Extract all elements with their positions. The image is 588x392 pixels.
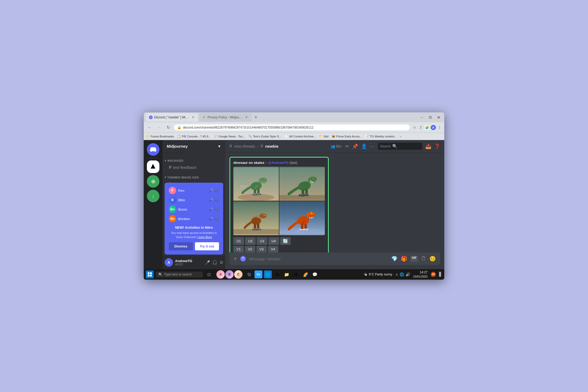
pen-avatar: P [169, 187, 176, 194]
tab-privacy-close[interactable]: ✕ [245, 116, 248, 119]
emoji-icon[interactable]: 😊 [429, 256, 436, 262]
up-arrow-icon[interactable]: ∧ [395, 272, 398, 276]
variation-2-button[interactable]: V2 [245, 246, 255, 252]
taskbar-search-box[interactable]: 🔍 Type here to search [156, 272, 203, 278]
members-icon[interactable]: 👤 [361, 143, 367, 149]
learn-more-link[interactable]: Learn More [197, 235, 212, 239]
search-box[interactable]: Search 🔍 [378, 143, 422, 150]
taskbar-app-taskview2[interactable]: ⧉ [245, 270, 253, 278]
back-button[interactable]: ← [146, 124, 153, 131]
bookmark-prime[interactable]: 📦 Prime Early Acces... [332, 135, 362, 138]
nitro-user-pen: P Pen 🎤 📹 [169, 187, 219, 194]
taskbar-app-discord-taskbar[interactable]: 💬 [311, 270, 319, 278]
download-server-icon[interactable]: ↓ [147, 190, 159, 202]
pin-icon[interactable]: 📌 [352, 143, 358, 149]
restore-button[interactable]: ⧉ [426, 114, 434, 121]
help-icon[interactable]: ❓ [434, 143, 440, 149]
start-button[interactable] [146, 270, 154, 278]
category-themed-image-gen[interactable]: ▾ THEMED IMAGE GEN [163, 171, 225, 180]
variation-4-button[interactable]: V4 [268, 246, 278, 252]
mute-icon[interactable]: 🎤 [205, 260, 210, 265]
bot-emoji [240, 256, 246, 262]
notification-badge[interactable]: 20 [431, 272, 436, 277]
variation-1-button[interactable]: V1 [233, 246, 244, 252]
message-input-area: + Message "newbie" 💎 🎁 GIF 🗒 [225, 252, 444, 269]
boom-avatar: Bo [169, 206, 176, 213]
gif-icon[interactable]: GIF [411, 256, 418, 262]
taskbar-app-edge[interactable]: 🌐 [264, 270, 272, 278]
green-server-icon[interactable]: ⊕ [147, 175, 159, 188]
network-icon[interactable]: 🌐 [400, 272, 404, 276]
pencil-icon[interactable]: ✏ [345, 143, 349, 149]
bookmark-all[interactable]: 📄 All Content Archive... [285, 135, 316, 138]
star-icon[interactable]: ☆ [412, 125, 417, 130]
extensions-icon[interactable]: 🧩 [424, 125, 430, 130]
bookmark-fie[interactable]: 📋 FIE Console - 7.45.9... [177, 135, 211, 138]
nitro-description: You now have access to Activities in Voi… [169, 231, 219, 239]
privacy-favicon: P [202, 116, 206, 119]
tab-discord-text: Discord | "newbie" | Midjourney [154, 116, 190, 119]
midjourney-server-icon[interactable] [147, 160, 159, 173]
bibo-avatar: B [169, 196, 176, 204]
account-icon[interactable]: A [431, 125, 436, 130]
member-count: 👥 99+ [331, 144, 342, 148]
bonbon-cam-icon: 📹 [215, 217, 219, 221]
nitro-user-boom: Bo Boom 🎤 📹 [169, 206, 219, 213]
channel-test-feedback[interactable]: # test-feedback [165, 163, 223, 171]
tab-discord[interactable]: D Discord | "newbie" | Midjourney ✕ [146, 113, 198, 122]
taskbar-search-text: Type here to search [164, 273, 192, 276]
taskbar-clock[interactable]: 14:27 23/01/2023 [413, 270, 428, 278]
volume-icon[interactable]: 🔊 [406, 272, 410, 276]
try-it-out-button[interactable]: Try it out [195, 242, 219, 250]
svg-rect-66 [150, 272, 152, 274]
deafen-icon[interactable]: 🎧 [212, 260, 217, 265]
more-icon[interactable]: ⋯ [370, 143, 375, 149]
bookmarks-more[interactable]: » [400, 135, 402, 138]
gift-icon[interactable]: 🎁 [401, 256, 407, 262]
tab-privacy[interactable]: P Privacy Policy - Midjourney Doc... ✕ [199, 113, 251, 122]
variation-3-button[interactable]: V3 [256, 246, 267, 252]
upscale-2-button[interactable]: U2 [245, 237, 256, 245]
inbox-icon[interactable]: 📥 [425, 143, 431, 149]
home-server-icon[interactable] [147, 143, 159, 156]
upscale-3-button[interactable]: U3 [257, 237, 267, 245]
message-input-placeholder[interactable]: Message "newbie" [249, 257, 388, 261]
bookmark-gnews[interactable]: 📰 Google News - Tec... [214, 135, 245, 138]
taskbar-app-store[interactable]: 🛍 [292, 270, 300, 278]
bookmark-future[interactable]: ⭐ Future Bookmarks [146, 135, 174, 138]
boom-mic-icon: 🎤 [209, 207, 213, 211]
settings-icon[interactable]: ⚙ [220, 260, 223, 265]
image-cell-3 [233, 201, 279, 235]
new-tab-button[interactable]: + [252, 114, 260, 121]
taskbar-app-mail[interactable]: ✉ [273, 270, 281, 278]
upscale-1-button[interactable]: U1 [233, 237, 244, 245]
menu-icon[interactable]: ⋮ [437, 125, 442, 130]
category-archived[interactable]: ▾ ARCHIVED [163, 155, 225, 163]
add-attachment-icon[interactable]: + [234, 255, 237, 262]
tab-discord-close[interactable]: ✕ [191, 116, 195, 119]
browser-chrome: D Discord | "newbie" | Midjourney ✕ P Pr… [144, 112, 444, 140]
taskbar-app-taskview[interactable]: ⊡ [205, 270, 213, 278]
minimize-button[interactable]: – [418, 114, 425, 121]
gems-icon[interactable]: 💎 [391, 256, 398, 262]
bookmark-fold[interactable]: 📁 fold [319, 135, 328, 138]
svg-point-49 [260, 229, 261, 230]
sticker-icon[interactable]: 🗒 [421, 256, 426, 262]
close-button[interactable]: ✕ [435, 114, 442, 121]
breadcrumb-misc-threads[interactable]: misc-threads [234, 144, 255, 148]
server-header[interactable]: Midjourney ▼ [163, 140, 225, 153]
taskbar-app-chrome[interactable]: 🌈 [302, 270, 309, 278]
taskbar-app-explorer[interactable]: 📁 [283, 270, 291, 278]
reload-button[interactable]: ↻ [165, 124, 172, 131]
refresh-button[interactable]: 🔄 [280, 237, 291, 245]
upscale-4-button[interactable]: U4 [268, 237, 279, 245]
taskbar-app-ps[interactable]: Ps [255, 270, 262, 278]
forward-button[interactable]: → [155, 124, 163, 131]
dismiss-button[interactable]: Dismiss [169, 242, 193, 250]
address-bar[interactable]: 🔒 discord.com/channels/66226797698429747… [174, 124, 410, 130]
share-icon[interactable]: ⤴ [418, 125, 423, 130]
svg-point-45 [254, 229, 256, 230]
bookmark-tg[interactable]: 📝 TG Weekly content... [365, 135, 397, 138]
show-desktop-icon[interactable]: ▋ [439, 272, 442, 277]
bookmark-toms[interactable]: 🔍 Tom's Guide Style G... [248, 135, 281, 138]
